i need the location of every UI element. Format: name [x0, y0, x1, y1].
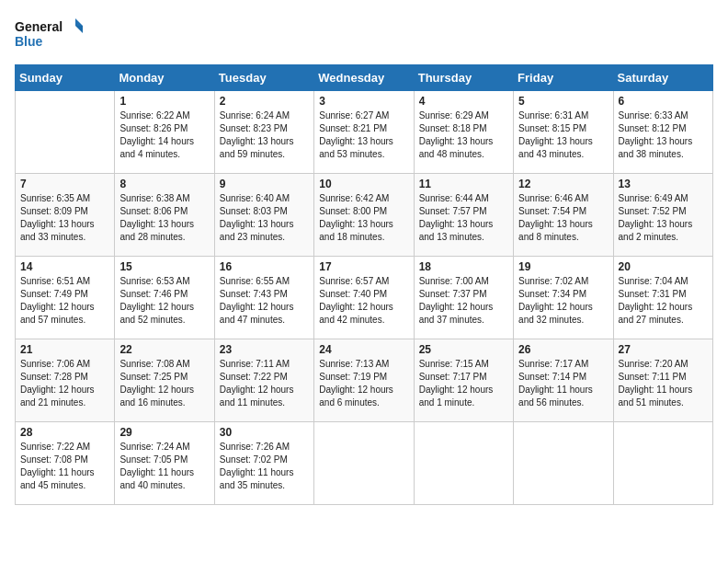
calendar-cell: 14Sunrise: 6:51 AMSunset: 7:49 PMDayligh… [16, 257, 115, 339]
day-number: 4 [419, 95, 508, 108]
logo-svg: General Blue [15, 15, 88, 55]
day-number: 24 [319, 343, 408, 356]
calendar-cell: 11Sunrise: 6:44 AMSunset: 7:57 PMDayligh… [414, 174, 513, 257]
calendar-cell: 23Sunrise: 7:11 AMSunset: 7:22 PMDayligh… [214, 339, 313, 422]
page-header: General Blue [15, 15, 713, 55]
day-info: Sunrise: 7:24 AMSunset: 7:05 PMDaylight:… [119, 441, 209, 492]
day-info: Sunrise: 6:53 AMSunset: 7:46 PMDaylight:… [119, 275, 209, 327]
day-number: 18 [419, 260, 508, 273]
day-number: 15 [119, 260, 209, 273]
day-number: 26 [518, 343, 608, 356]
day-info: Sunrise: 7:20 AMSunset: 7:11 PMDaylight:… [619, 358, 708, 409]
calendar-cell: 17Sunrise: 6:57 AMSunset: 7:40 PMDayligh… [314, 257, 414, 339]
day-number: 16 [220, 260, 309, 273]
calendar-cell [314, 422, 414, 505]
day-info: Sunrise: 7:13 AMSunset: 7:19 PMDaylight:… [319, 358, 408, 409]
day-number: 8 [119, 178, 209, 190]
day-info: Sunrise: 6:46 AMSunset: 7:54 PMDaylight:… [518, 192, 608, 244]
calendar-cell: 15Sunrise: 6:53 AMSunset: 7:46 PMDayligh… [115, 257, 214, 339]
calendar-cell: 26Sunrise: 7:17 AMSunset: 7:14 PMDayligh… [514, 339, 613, 422]
calendar-table: SundayMondayTuesdayWednesdayThursdayFrid… [15, 64, 713, 505]
calendar-cell [16, 91, 115, 174]
week-row-5: 28Sunrise: 7:22 AMSunset: 7:08 PMDayligh… [16, 422, 713, 505]
calendar-cell: 22Sunrise: 7:08 AMSunset: 7:25 PMDayligh… [115, 339, 214, 422]
day-info: Sunrise: 7:02 AMSunset: 7:34 PMDaylight:… [518, 275, 608, 327]
day-info: Sunrise: 7:08 AMSunset: 7:25 PMDaylight:… [119, 358, 209, 409]
day-number: 21 [20, 343, 109, 356]
day-info: Sunrise: 6:38 AMSunset: 8:06 PMDaylight:… [119, 192, 209, 244]
svg-marker-2 [75, 18, 83, 26]
svg-marker-3 [75, 26, 83, 33]
week-row-4: 21Sunrise: 7:06 AMSunset: 7:28 PMDayligh… [16, 339, 713, 422]
day-number: 1 [119, 95, 209, 108]
calendar-cell: 21Sunrise: 7:06 AMSunset: 7:28 PMDayligh… [16, 339, 115, 422]
calendar-cell: 20Sunrise: 7:04 AMSunset: 7:31 PMDayligh… [613, 257, 712, 339]
day-number: 27 [619, 343, 708, 356]
day-number: 19 [518, 260, 608, 273]
calendar-cell: 3Sunrise: 6:27 AMSunset: 8:21 PMDaylight… [314, 91, 414, 174]
calendar-cell: 10Sunrise: 6:42 AMSunset: 8:00 PMDayligh… [314, 174, 414, 257]
day-number: 2 [220, 95, 309, 108]
day-number: 20 [619, 260, 708, 273]
day-header-thursday: Thursday [414, 65, 513, 91]
logo: General Blue [15, 15, 88, 55]
day-info: Sunrise: 6:27 AMSunset: 8:21 PMDaylight:… [319, 109, 408, 161]
calendar-cell: 9Sunrise: 6:40 AMSunset: 8:03 PMDaylight… [214, 174, 313, 257]
day-number: 14 [20, 260, 109, 273]
week-row-2: 7Sunrise: 6:35 AMSunset: 8:09 PMDaylight… [16, 174, 713, 257]
day-number: 12 [518, 178, 608, 190]
day-number: 7 [20, 178, 109, 190]
day-info: Sunrise: 6:29 AMSunset: 8:18 PMDaylight:… [419, 109, 508, 161]
calendar-cell: 6Sunrise: 6:33 AMSunset: 8:12 PMDaylight… [613, 91, 712, 174]
calendar-cell [414, 422, 513, 505]
calendar-cell: 29Sunrise: 7:24 AMSunset: 7:05 PMDayligh… [115, 422, 214, 505]
calendar-cell: 30Sunrise: 7:26 AMSunset: 7:02 PMDayligh… [214, 422, 313, 505]
calendar-cell [514, 422, 613, 505]
day-info: Sunrise: 6:57 AMSunset: 7:40 PMDaylight:… [319, 275, 408, 327]
day-header-sunday: Sunday [16, 65, 115, 91]
calendar-cell: 2Sunrise: 6:24 AMSunset: 8:23 PMDaylight… [214, 91, 313, 174]
calendar-cell [613, 422, 712, 505]
day-info: Sunrise: 6:44 AMSunset: 7:57 PMDaylight:… [419, 192, 508, 244]
day-info: Sunrise: 6:24 AMSunset: 8:23 PMDaylight:… [220, 109, 309, 161]
calendar-cell: 25Sunrise: 7:15 AMSunset: 7:17 PMDayligh… [414, 339, 513, 422]
day-info: Sunrise: 6:55 AMSunset: 7:43 PMDaylight:… [220, 275, 309, 327]
day-info: Sunrise: 6:42 AMSunset: 8:00 PMDaylight:… [319, 192, 408, 244]
day-number: 29 [119, 426, 209, 439]
calendar-cell: 19Sunrise: 7:02 AMSunset: 7:34 PMDayligh… [514, 257, 613, 339]
day-number: 3 [319, 95, 408, 108]
day-header-saturday: Saturday [613, 65, 712, 91]
day-number: 25 [419, 343, 508, 356]
svg-text:Blue: Blue [15, 34, 43, 49]
day-number: 5 [518, 95, 608, 108]
calendar-cell: 16Sunrise: 6:55 AMSunset: 7:43 PMDayligh… [214, 257, 313, 339]
day-info: Sunrise: 7:15 AMSunset: 7:17 PMDaylight:… [419, 358, 508, 409]
week-row-1: 1Sunrise: 6:22 AMSunset: 8:26 PMDaylight… [16, 91, 713, 174]
day-info: Sunrise: 7:17 AMSunset: 7:14 PMDaylight:… [518, 358, 608, 409]
day-header-wednesday: Wednesday [314, 65, 414, 91]
day-number: 9 [220, 178, 309, 190]
day-info: Sunrise: 7:11 AMSunset: 7:22 PMDaylight:… [220, 358, 309, 409]
day-info: Sunrise: 6:35 AMSunset: 8:09 PMDaylight:… [20, 192, 109, 244]
day-info: Sunrise: 6:22 AMSunset: 8:26 PMDaylight:… [119, 109, 209, 161]
calendar-cell: 27Sunrise: 7:20 AMSunset: 7:11 PMDayligh… [613, 339, 712, 422]
calendar-cell: 1Sunrise: 6:22 AMSunset: 8:26 PMDaylight… [115, 91, 214, 174]
day-number: 30 [220, 426, 309, 439]
day-number: 23 [220, 343, 309, 356]
day-info: Sunrise: 6:51 AMSunset: 7:49 PMDaylight:… [20, 275, 109, 327]
day-info: Sunrise: 7:06 AMSunset: 7:28 PMDaylight:… [20, 358, 109, 409]
calendar-cell: 28Sunrise: 7:22 AMSunset: 7:08 PMDayligh… [16, 422, 115, 505]
day-number: 13 [619, 178, 708, 190]
day-info: Sunrise: 7:00 AMSunset: 7:37 PMDaylight:… [419, 275, 508, 327]
day-number: 17 [319, 260, 408, 273]
day-info: Sunrise: 7:22 AMSunset: 7:08 PMDaylight:… [20, 441, 109, 492]
day-number: 28 [20, 426, 109, 439]
day-header-friday: Friday [514, 65, 613, 91]
day-number: 22 [119, 343, 209, 356]
calendar-cell: 13Sunrise: 6:49 AMSunset: 7:52 PMDayligh… [613, 174, 712, 257]
calendar-cell: 8Sunrise: 6:38 AMSunset: 8:06 PMDaylight… [115, 174, 214, 257]
day-info: Sunrise: 6:49 AMSunset: 7:52 PMDaylight:… [619, 192, 708, 244]
header-row: SundayMondayTuesdayWednesdayThursdayFrid… [16, 65, 713, 91]
day-info: Sunrise: 7:26 AMSunset: 7:02 PMDaylight:… [220, 441, 309, 492]
day-number: 6 [619, 95, 708, 108]
